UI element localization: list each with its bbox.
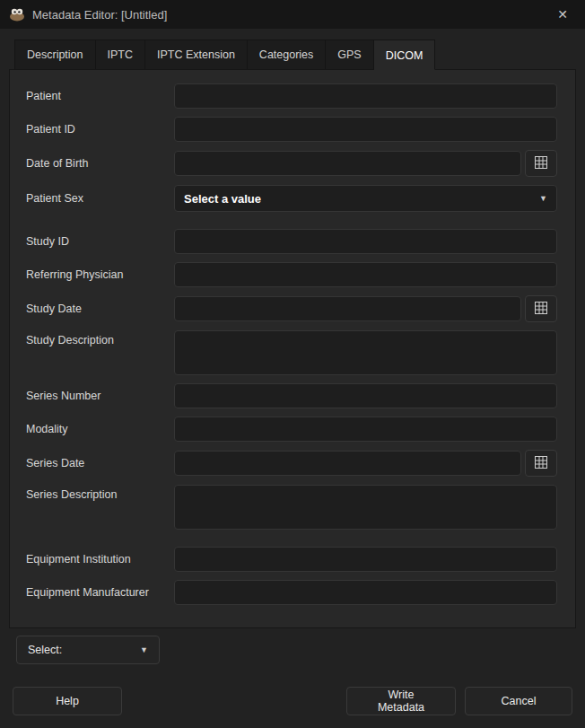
form-row: Series Description	[26, 485, 557, 530]
date-of-birth-label: Date of Birth	[26, 157, 174, 170]
write-metadata-button[interactable]: Write Metadata	[346, 687, 456, 715]
tab-bar: Description IPTC IPTC Extension Categori…	[9, 39, 576, 69]
series-date-calendar-button[interactable]	[525, 450, 557, 477]
form-row: Modality	[26, 417, 557, 442]
date-of-birth-field	[174, 150, 557, 177]
form-row: Series Date	[26, 450, 557, 477]
titlebar: Metadata Editor: [Untitled] ✕	[0, 0, 585, 29]
chevron-down-icon: ▼	[140, 646, 148, 654]
patient-sex-selected-value: Select a value	[184, 192, 261, 206]
form-row: Study Description	[26, 330, 557, 375]
tab-description[interactable]: Description	[14, 39, 96, 69]
form-row: Referring Physician	[26, 262, 557, 287]
patient-sex-select[interactable]: Select a value ▼	[174, 185, 557, 212]
referring-physician-label: Referring Physician	[26, 268, 174, 281]
close-button[interactable]: ✕	[549, 2, 576, 27]
equipment-manufacturer-input[interactable]	[174, 580, 557, 605]
series-number-label: Series Number	[26, 390, 174, 402]
calendar-grid-icon	[534, 155, 548, 172]
study-date-calendar-button[interactable]	[525, 295, 557, 322]
form-row: Patient	[26, 83, 557, 109]
tab-gps[interactable]: GPS	[326, 39, 373, 69]
modality-label: Modality	[26, 423, 174, 435]
series-number-input[interactable]	[174, 383, 557, 408]
gimp-wilber-icon	[9, 7, 25, 22]
close-icon: ✕	[557, 7, 568, 22]
form-row: Study ID	[26, 229, 557, 254]
series-date-input[interactable]	[174, 451, 521, 476]
form-row: Patient Sex Select a value ▼	[26, 185, 557, 212]
help-button[interactable]: Help	[13, 687, 122, 715]
series-date-field	[174, 450, 557, 477]
form-row: Equipment Institution	[26, 547, 557, 572]
series-description-textarea[interactable]	[174, 485, 557, 530]
study-description-textarea[interactable]	[174, 330, 557, 375]
study-description-label: Study Description	[26, 330, 174, 346]
form-row: Patient ID	[26, 117, 557, 142]
form-row: Date of Birth	[26, 150, 557, 177]
footer-button-row: Help Write Metadata Cancel	[0, 687, 585, 728]
form-row: Equipment Manufacturer	[26, 580, 557, 605]
study-date-label: Study Date	[26, 303, 174, 315]
dicom-form-panel: Patient Patient ID Date of Birth	[9, 69, 576, 628]
select-dropdown-label: Select:	[28, 644, 62, 656]
referring-physician-input[interactable]	[174, 262, 557, 287]
tab-iptc-extension[interactable]: IPTC Extension	[145, 39, 248, 69]
date-of-birth-calendar-button[interactable]	[525, 150, 557, 177]
date-of-birth-input[interactable]	[174, 151, 521, 176]
series-date-label: Series Date	[26, 457, 174, 469]
chevron-down-icon: ▼	[539, 195, 547, 203]
equipment-manufacturer-label: Equipment Manufacturer	[26, 586, 174, 599]
tab-dicom[interactable]: DICOM	[374, 39, 436, 70]
calendar-grid-icon	[534, 301, 548, 318]
select-bar: Select: ▼	[16, 636, 576, 664]
series-description-label: Series Description	[26, 485, 174, 501]
metadata-editor-window: Metadata Editor: [Untitled] ✕ Descriptio…	[0, 0, 585, 728]
form-row: Series Number	[26, 383, 557, 408]
equipment-institution-input[interactable]	[174, 547, 557, 572]
study-id-input[interactable]	[174, 229, 557, 254]
tab-categories[interactable]: Categories	[248, 39, 326, 69]
cancel-button[interactable]: Cancel	[465, 687, 572, 715]
form-row: Study Date	[26, 295, 557, 322]
patient-id-input[interactable]	[174, 117, 557, 142]
study-id-label: Study ID	[26, 235, 174, 248]
patient-sex-label: Patient Sex	[26, 192, 174, 205]
window-title: Metadata Editor: [Untitled]	[32, 8, 542, 22]
study-date-input[interactable]	[174, 296, 521, 321]
modality-input[interactable]	[174, 417, 557, 442]
patient-input[interactable]	[174, 83, 557, 109]
tab-iptc[interactable]: IPTC	[96, 39, 145, 69]
calendar-grid-icon	[534, 455, 548, 472]
select-dropdown[interactable]: Select: ▼	[16, 636, 160, 664]
study-date-field	[174, 295, 557, 322]
patient-label: Patient	[26, 90, 174, 102]
equipment-institution-label: Equipment Institution	[26, 553, 174, 566]
patient-id-label: Patient ID	[26, 123, 174, 136]
